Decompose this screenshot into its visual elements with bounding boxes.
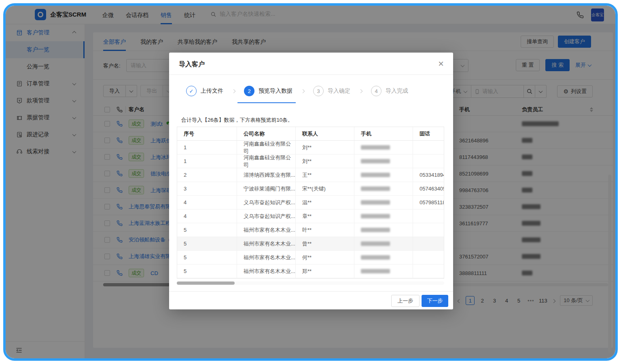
mobile-cell [354, 168, 413, 182]
blurred-mobile-text [361, 145, 390, 150]
company-cell: 福州市家有名木木业... [237, 251, 296, 264]
landline-cell [413, 251, 444, 264]
blurred-mobile-text [361, 228, 390, 232]
step-number: 2 [244, 86, 254, 96]
modal-scrollbar-thumb[interactable] [177, 281, 235, 285]
mobile-cell [354, 182, 413, 195]
preview-table: 序号公司名称联系人手机固话 1 河南鑫鑫硅业有限公司 刘** 1 河南鑫鑫硅业有… [177, 127, 444, 279]
mobile-cell [354, 265, 413, 278]
import-summary: 合计导入【26条】数据，下方表格预览前10条。 [181, 116, 293, 124]
preview-table-row: 5 福州市家有名木木业... 何** [177, 251, 444, 265]
company-cell: 宁波菲莱浦阀门有限... [237, 182, 296, 195]
modal-horizontal-scrollbar [177, 281, 444, 285]
mobile-cell [354, 210, 413, 223]
mobile-cell [354, 223, 413, 237]
step-1: ✓ 上传文件 [186, 86, 223, 96]
contact-cell: 温** [296, 196, 354, 209]
step-check-icon: ✓ [186, 86, 197, 96]
preview-table-row: 4 义乌市奋起知识产权... 温** 0579851185 [177, 196, 444, 210]
step-4: 4 导入完成 [371, 86, 408, 96]
step-2: 2 预览导入数据 [244, 86, 292, 96]
preview-table-header: 序号公司名称联系人手机固话 [177, 127, 444, 141]
landline-cell: 0533418942 [413, 168, 444, 182]
contact-cell: 刘** [296, 141, 354, 154]
landline-cell: 0579851185 [413, 196, 444, 209]
mobile-cell [354, 196, 413, 209]
mobile-cell [354, 141, 413, 154]
preview-table-row: 5 福州市家有名木木业... 叶** [177, 223, 444, 237]
preview-table-row: 1 河南鑫鑫硅业有限公司 刘** [177, 154, 444, 168]
contact-cell: 叶** [296, 223, 354, 237]
company-cell: 淄博纳西姆泵业有限... [237, 168, 296, 182]
company-cell: 义乌市奋起知识产权... [237, 210, 296, 223]
contact-cell: 曾** [296, 237, 354, 250]
mobile-cell [354, 251, 413, 264]
step-3: 3 导入确定 [313, 86, 350, 96]
company-cell: 河南鑫鑫硅业有限公司 [237, 141, 296, 154]
company-cell: 福州市家有名木木业... [237, 265, 296, 278]
blurred-mobile-text [361, 159, 390, 163]
import-customer-modal: 导入客户 ✕ ✓ 上传文件 2 预览导入数据 3 导入确定 4 导入完成 合计导… [169, 53, 453, 309]
preview-table-row: 2 淄博纳西姆泵业有限... 王** 0533418942 [177, 168, 444, 182]
seq-cell: 5 [177, 223, 237, 237]
seq-cell: 1 [177, 154, 237, 168]
modal-footer: 上一步 下一步 [169, 291, 453, 309]
company-cell: 河南鑫鑫硅业有限公司 [237, 154, 296, 168]
modal-header: 导入客户 ✕ [169, 53, 453, 75]
import-stepper: ✓ 上传文件 2 预览导入数据 3 导入确定 4 导入完成 [186, 86, 408, 96]
preview-table-row: 3 宁波菲莱浦阀门有限... 宋**(关键) 0574634054 [177, 182, 444, 196]
seq-cell: 5 [177, 237, 237, 250]
seq-cell: 2 [177, 168, 237, 182]
preview-table-row: 4 义乌市奋起知识产权... 章** [177, 210, 444, 223]
mobile-cell [354, 237, 413, 250]
step-number: 4 [371, 86, 382, 96]
landline-cell [413, 210, 444, 223]
contact-cell: 王** [296, 168, 354, 182]
contact-cell: 郑** [296, 265, 354, 278]
blurred-mobile-text [361, 186, 390, 191]
step-separator-icon [359, 89, 363, 93]
step-separator-icon [301, 89, 305, 93]
seq-cell: 4 [177, 196, 237, 209]
landline-cell [413, 265, 444, 278]
prev-step-button[interactable]: 上一步 [391, 295, 420, 307]
step-separator-icon [232, 89, 236, 93]
contact-cell: 何** [296, 251, 354, 264]
app-frame: 企客宝SCRM 企微会话存档销售统计 输入客户名快速检索... 企客宝 客户管理… [3, 3, 618, 361]
landline-cell [413, 154, 444, 168]
contact-cell: 宋**(关键) [296, 182, 354, 195]
blurred-mobile-text [361, 255, 390, 260]
blurred-mobile-text [361, 214, 390, 218]
preview-table-row: 5 福州市家有名木木业... 曾** [177, 237, 444, 251]
seq-cell: 1 [177, 141, 237, 154]
blurred-mobile-text [361, 173, 390, 177]
blurred-mobile-text [361, 200, 390, 205]
blurred-mobile-text [361, 269, 390, 273]
close-icon[interactable]: ✕ [435, 58, 447, 70]
landline-cell [413, 237, 444, 250]
company-cell: 义乌市奋起知识产权... [237, 196, 296, 209]
landline-cell [413, 223, 444, 237]
next-step-button[interactable]: 下一步 [422, 295, 448, 307]
seq-cell: 5 [177, 265, 237, 278]
landline-cell [413, 141, 444, 154]
seq-cell: 5 [177, 251, 237, 264]
seq-cell: 3 [177, 182, 237, 195]
preview-table-row: 5 福州市家有名木木业... 郑** [177, 265, 444, 278]
contact-cell: 章** [296, 210, 354, 223]
preview-table-row: 1 河南鑫鑫硅业有限公司 刘** [177, 141, 444, 154]
blurred-mobile-text [361, 241, 390, 246]
modal-title: 导入客户 [179, 60, 205, 69]
mobile-cell [354, 154, 413, 168]
step-number: 3 [313, 86, 324, 96]
seq-cell: 4 [177, 210, 237, 223]
contact-cell: 刘** [296, 154, 354, 168]
company-cell: 福州市家有名木木业... [237, 223, 296, 237]
company-cell: 福州市家有名木木业... [237, 237, 296, 250]
landline-cell: 0574634054 [413, 182, 444, 195]
